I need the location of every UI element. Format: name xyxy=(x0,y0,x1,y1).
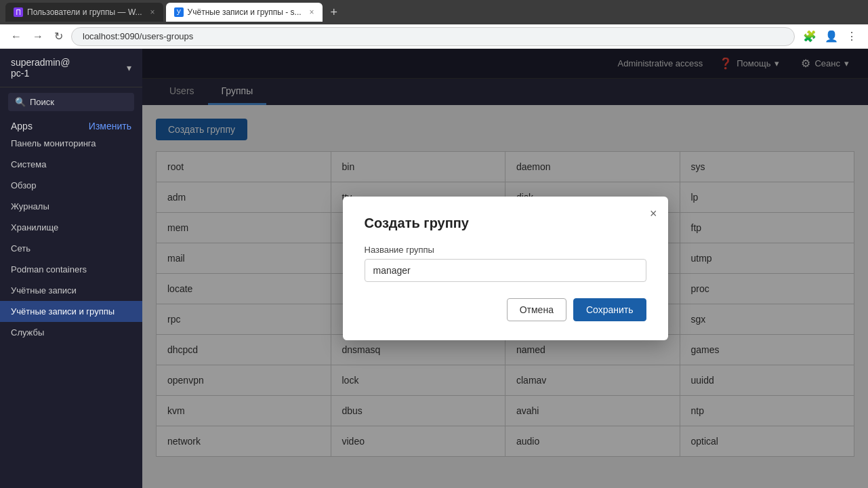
sidebar-item-overview[interactable]: Обзор xyxy=(0,175,142,196)
sidebar: superadmin@ pc-1 ▾ 🔍 Поиск Apps Изменить… xyxy=(0,49,142,488)
address-input[interactable] xyxy=(71,27,795,46)
username: superadmin@ xyxy=(11,57,70,68)
sidebar-chevron-icon[interactable]: ▾ xyxy=(127,62,131,73)
modal-title: Создать группу xyxy=(365,216,646,231)
sidebar-search-area: 🔍 Поиск xyxy=(0,87,142,117)
modal-field-label: Название группы xyxy=(365,245,646,255)
tab1-favicon: П xyxy=(14,7,23,17)
hostname: pc-1 xyxy=(11,68,70,79)
tab1-close[interactable]: × xyxy=(150,7,155,17)
modal-close-button[interactable]: × xyxy=(650,207,657,220)
tab-2[interactable]: У Учётные записи и группы - s... × xyxy=(166,3,323,22)
tab-1[interactable]: П Пользователи и группы — W... × xyxy=(5,3,163,22)
tab2-favicon: У xyxy=(174,7,184,17)
main-area: Administrative access ❓ Помощь ▾ ⚙ Сеанс… xyxy=(142,49,868,488)
search-input[interactable]: 🔍 Поиск xyxy=(8,93,134,111)
user-info: superadmin@ pc-1 xyxy=(11,57,70,79)
apps-change-link[interactable]: Изменить xyxy=(89,121,131,131)
new-tab-button[interactable]: + xyxy=(325,5,344,20)
modal-actions: Отмена Сохранить xyxy=(365,298,646,321)
refresh-button[interactable]: ↻ xyxy=(51,27,66,45)
tab2-label: Учётные записи и группы - s... xyxy=(188,7,302,17)
browser-chrome: П Пользователи и группы — W... × У Учётн… xyxy=(0,0,868,24)
sidebar-item-storage[interactable]: Хранилище xyxy=(0,217,142,238)
modal-overlay[interactable]: Создать группу × Название группы Отмена … xyxy=(142,49,868,488)
forward-button[interactable]: → xyxy=(30,28,46,45)
sidebar-item-accounts[interactable]: Учётные записи xyxy=(0,280,142,301)
cancel-button[interactable]: Отмена xyxy=(507,298,566,321)
app-container: superadmin@ pc-1 ▾ 🔍 Поиск Apps Изменить… xyxy=(0,49,868,488)
apps-section-header: Apps Изменить xyxy=(0,117,142,133)
group-name-input[interactable] xyxy=(365,259,646,282)
tab1-label: Пользователи и группы — W... xyxy=(27,7,142,17)
back-button[interactable]: ← xyxy=(8,28,24,45)
search-placeholder: Поиск xyxy=(30,97,54,107)
apps-label: Apps xyxy=(11,121,33,131)
sidebar-item-podman[interactable]: Podman containers xyxy=(0,259,142,280)
sidebar-item-system[interactable]: Система xyxy=(0,154,142,175)
sidebar-item-logs[interactable]: Журналы xyxy=(0,196,142,217)
sidebar-item-network[interactable]: Сеть xyxy=(0,238,142,259)
search-icon: 🔍 xyxy=(15,97,26,107)
create-group-modal: Создать группу × Название группы Отмена … xyxy=(343,197,668,340)
menu-icon[interactable]: ⋮ xyxy=(844,27,860,45)
extensions-icon[interactable]: 🧩 xyxy=(800,27,819,45)
save-button[interactable]: Сохранить xyxy=(573,298,646,321)
address-bar: ← → ↻ 🧩 👤 ⋮ xyxy=(0,24,868,49)
sidebar-item-services[interactable]: Службы xyxy=(0,322,142,343)
tab2-close[interactable]: × xyxy=(310,7,314,17)
sidebar-header: superadmin@ pc-1 ▾ xyxy=(0,49,142,87)
sidebar-item-accounts-groups[interactable]: Учётные записи и группы xyxy=(0,301,142,322)
profile-icon[interactable]: 👤 xyxy=(822,27,841,45)
address-actions: 🧩 👤 ⋮ xyxy=(800,27,860,45)
sidebar-item-monitoring[interactable]: Панель мониторинга xyxy=(0,133,142,154)
